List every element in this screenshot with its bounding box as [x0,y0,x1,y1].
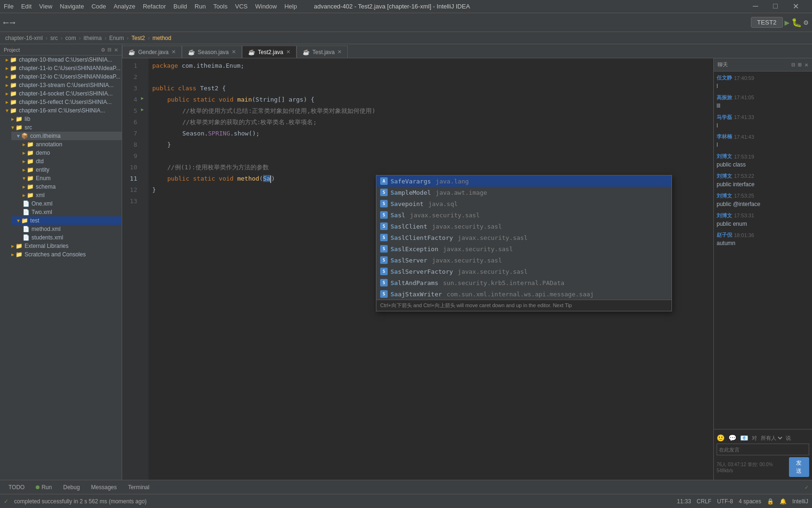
event-log-icon[interactable]: ✓ [805,484,808,491]
chat-expand-icon[interactable]: ⊞ [798,61,802,68]
minimize-button[interactable]: ─ [751,2,760,11]
sidebar-item-ch10[interactable]: ▸ 📁 chapter-10-thread C:\Users\SHINIA... [0,56,122,64]
chat-settings-icon[interactable]: ⊟ [792,61,796,68]
breadcrumb-itheima[interactable]: itheima [84,35,102,41]
ac-package-sasl: javax.security.sasl [410,212,480,219]
sidebar-item-ch15[interactable]: ▸ 📁 chapter-15-reflect C:\Users\SHINIA..… [0,98,122,106]
notifications-icon[interactable]: 🔔 [780,498,787,505]
sidebar-item-two-xml[interactable]: 📄 Two.xml [17,208,122,216]
ac-item-sasl[interactable]: S Sasl javax.security.sasl [376,209,671,221]
breadcrumb-class[interactable]: Test2 [132,35,145,41]
ac-item-saslserverfactory[interactable]: S SaslServerFactory javax.security.sasl [376,266,671,277]
menu-navigate[interactable]: Navigate [60,3,84,10]
bottom-tab-terminal[interactable]: Terminal [124,483,154,492]
debug-button[interactable]: 🐛 [791,17,802,27]
nav-forward-icon[interactable]: ⟶ [10,18,15,27]
menu-view[interactable]: View [39,3,52,10]
crlf[interactable]: CRLF [697,498,711,505]
close-button[interactable]: ✕ [791,2,801,11]
emoji-mail[interactable]: 📧 [740,434,748,442]
run-button[interactable]: ▶ [785,17,790,27]
tab-test[interactable]: ☕ Test.java ✕ [297,46,348,58]
ac-item-saslclientfactory[interactable]: S SaslClientFactory javax.security.sasl [376,232,671,243]
tab-gender[interactable]: ☕ Gender.java ✕ [122,46,182,58]
encoding[interactable]: UTF-8 [717,498,733,505]
sidebar-item-entity[interactable]: ▸ 📁 entity [17,166,122,174]
sidebar-collapse-icon[interactable]: ⊟ [108,46,111,53]
emoji-chat[interactable]: 💬 [728,434,736,442]
sidebar-close-icon[interactable]: ✕ [114,46,118,53]
tab-gender-close[interactable]: ✕ [172,49,176,55]
menu-refactor[interactable]: Refactor [143,3,166,10]
build-button[interactable]: ⚙ [804,18,808,27]
sidebar-item-method-xml[interactable]: 📄 method.xml [17,225,122,233]
maximize-button[interactable]: □ [771,2,780,11]
menu-code[interactable]: Code [92,3,106,10]
menu-run[interactable]: Run [195,3,206,10]
nav-back-icon[interactable]: ⟵ [4,18,8,27]
sidebar-gear-icon[interactable]: ⚙ [102,46,105,53]
sidebar-item-one-xml[interactable]: 📄 One.xml [17,199,122,208]
breadcrumb-module[interactable]: chapter-16-xml [5,35,43,41]
sidebar-item-students-xml[interactable]: 📄 students.xml [17,233,122,242]
breadcrumb-method[interactable]: method [152,35,171,41]
ac-item-safevarargs[interactable]: A SafeVarargs java.lang [376,175,671,187]
bottom-tab-debug[interactable]: Debug [58,483,84,492]
ac-item-samplemodel[interactable]: S SampleModel java.awt.image [376,187,671,198]
sidebar-item-demo[interactable]: ▸ 📁 demo [17,149,122,157]
breadcrumb-com[interactable]: com [65,35,76,41]
run-config-button[interactable]: TEST2 [751,17,782,28]
menu-build[interactable]: Build [173,3,187,10]
breadcrumb-src[interactable]: src [50,35,58,41]
bottom-tab-todo[interactable]: TODO [4,483,29,492]
sidebar-item-ch16[interactable]: ▾ 📁 chapter-16-xml C:\Users\SHINIA... [0,106,122,115]
tab-test-close[interactable]: ✕ [337,49,342,55]
ac-item-savepoint[interactable]: S Savepoint java.sql [376,198,671,209]
sidebar-item-enum[interactable]: ▾ 📁 Enum [17,174,122,183]
editor-area[interactable]: 1 2 3 4 5 6 7 8 9 10 11 12 13 [122,58,713,480]
menu-tools[interactable]: Tools [213,3,227,10]
tab-season-close[interactable]: ✕ [232,49,236,55]
chat-close-icon[interactable]: ✕ [804,61,808,68]
run-gutter-line4[interactable]: ▶ [141,95,144,101]
sidebar-item-annotation[interactable]: ▸ 📁 annotation [17,140,122,149]
sidebar-item-scratches[interactable]: ▸ 📁 Scratches and Consoles [6,250,122,259]
sidebar-item-schema[interactable]: ▸ 📁 schema [17,183,122,191]
chat-input[interactable] [719,447,784,452]
sidebar-item-xml[interactable]: ▸ 📁 xml [17,191,122,199]
tab-test2[interactable]: ☕ Test2.java ✕ [242,46,297,58]
sidebar-item-test[interactable]: ▾ 📁 test [11,216,122,225]
ac-item-saslserver[interactable]: S SaslServer javax.security.sasl [376,254,671,266]
sidebar-item-dtd[interactable]: ▸ 📁 dtd [17,157,122,166]
bottom-tab-messages[interactable]: Messages [86,483,122,492]
recipient-select[interactable]: 所有人 [759,435,784,441]
ac-item-saajstaxwriter[interactable]: S SaajStaxWriter com.sun.xml.internal.ws… [376,288,671,300]
sidebar-item-comitheima[interactable]: ▾ 📦 com.itheima [11,132,122,140]
menu-help[interactable]: Help [284,3,297,10]
ac-item-saslexception[interactable]: S SaslException javax.security.sasl [376,243,671,254]
sidebar-item-src[interactable]: ▾ 📁 src [6,123,122,132]
tab-test2-close[interactable]: ✕ [286,49,290,55]
sidebar-item-ch13[interactable]: ▸ 📁 chapter-13-stream C:\Users\SHINIA... [0,81,122,89]
run-gutter-line5[interactable]: ▶ [141,107,144,112]
emoji-smile[interactable]: 🙂 [717,434,725,442]
chat-input-container[interactable] [717,444,809,455]
sidebar-item-ext-libs[interactable]: ▸ 📁 External Libraries [6,242,122,250]
menu-analyze[interactable]: Analyze [114,3,135,10]
ac-item-saslclient[interactable]: S SaslClient javax.security.sasl [376,221,671,232]
breadcrumb-enum[interactable]: Enum [109,35,124,41]
line-col[interactable]: 11:33 [677,498,691,505]
sidebar-item-lib[interactable]: ▸ 📁 lib [6,115,122,123]
indent[interactable]: 4 spaces [739,498,761,505]
menu-window[interactable]: Window [255,3,277,10]
bottom-tab-run[interactable]: Run [31,483,56,492]
menu-edit[interactable]: Edit [21,3,31,10]
sidebar-item-ch11[interactable]: ▸ 📁 chapter-11-io C:\Users\SHINIAN\IdeaP… [0,64,122,72]
chat-send-button[interactable]: 发送 [789,457,809,477]
menu-vcs[interactable]: VCS [235,3,248,10]
sidebar-item-ch14[interactable]: ▸ 📁 chapter-14-socket C:\Users\SHINIA... [0,89,122,98]
sidebar-item-ch12[interactable]: ▸ 📁 chapter-12-io C:\Users\SHINIAN\IdeaP… [0,72,122,81]
tab-season[interactable]: ☕ Season.java ✕ [182,46,242,58]
menu-file[interactable]: File [4,3,14,10]
ac-item-saltandparams[interactable]: S SaltAndParams sun.security.krb5.intern… [376,277,671,288]
